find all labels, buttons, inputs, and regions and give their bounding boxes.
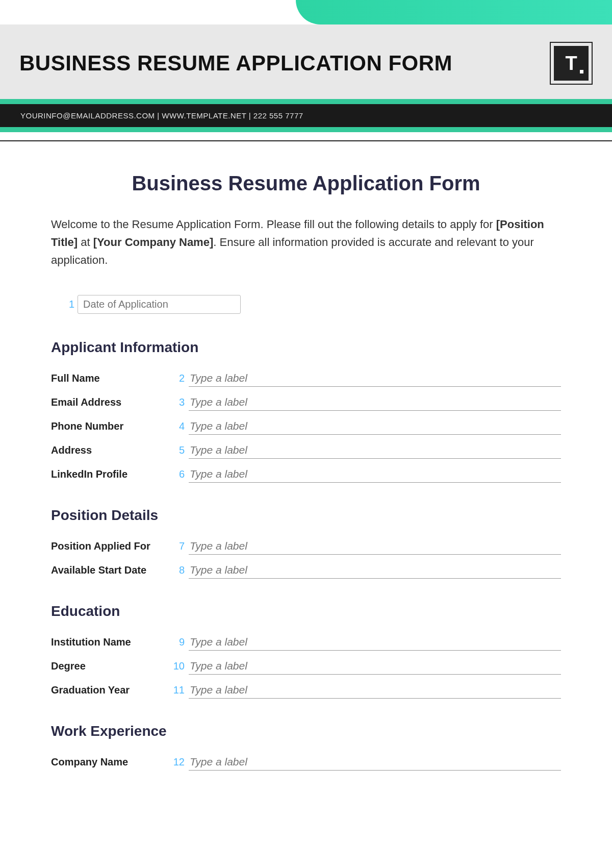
text-input[interactable] — [189, 538, 561, 555]
accent-strip — [0, 99, 612, 104]
field-label: Degree — [51, 660, 168, 672]
field-label: Graduation Year — [51, 684, 168, 696]
field-row: Phone Number4 — [51, 418, 561, 435]
field-row: Email Address3 — [51, 394, 561, 411]
intro-placeholder: [Your Company Name] — [93, 236, 214, 249]
text-input[interactable] — [189, 658, 561, 675]
text-input[interactable] — [189, 394, 561, 411]
form-section: Applicant InformationFull Name2Email Add… — [51, 339, 561, 483]
text-input[interactable] — [189, 418, 561, 435]
text-input[interactable] — [189, 634, 561, 651]
field-row: Graduation Year11 — [51, 682, 561, 699]
field-number: 1 — [62, 299, 74, 310]
field-number: 4 — [168, 420, 185, 432]
section-title: Work Experience — [51, 723, 561, 739]
field-row: Company Name12 — [51, 754, 561, 771]
field-number: 10 — [168, 660, 185, 672]
field-number: 2 — [168, 373, 185, 384]
form-section: Work ExperienceCompany Name12 — [51, 723, 561, 771]
field-number: 11 — [168, 684, 185, 696]
field-number: 12 — [168, 756, 185, 768]
document-content: Business Resume Application Form Welcome… — [0, 141, 612, 805]
date-field-row: 1 — [51, 295, 561, 314]
field-number: 6 — [168, 468, 185, 480]
intro-text: Welcome to the Resume Application Form. … — [51, 218, 496, 231]
contact-bar: YOURINFO@EMAILADDRESS.COM | WWW.TEMPLATE… — [0, 104, 612, 127]
field-label: Email Address — [51, 396, 168, 408]
field-row: Address5 — [51, 442, 561, 459]
page-title: BUSINESS RESUME APPLICATION FORM — [19, 51, 452, 76]
text-input[interactable] — [189, 442, 561, 459]
text-input[interactable] — [189, 682, 561, 699]
field-number: 7 — [168, 540, 185, 552]
section-title: Education — [51, 603, 561, 619]
logo-dot-icon — [580, 70, 583, 73]
text-input[interactable] — [189, 754, 561, 771]
field-row: Position Applied For7 — [51, 538, 561, 555]
text-input[interactable] — [189, 466, 561, 483]
field-row: Degree10 — [51, 658, 561, 675]
field-row: Institution Name9 — [51, 634, 561, 651]
field-number: 9 — [168, 636, 185, 648]
logo-text: T — [565, 53, 577, 75]
text-input[interactable] — [189, 562, 561, 579]
field-number: 5 — [168, 444, 185, 456]
field-label: LinkedIn Profile — [51, 468, 168, 480]
form-section: EducationInstitution Name9Degree10Gradua… — [51, 603, 561, 699]
field-label: Company Name — [51, 756, 168, 768]
field-label: Phone Number — [51, 420, 168, 432]
logo-icon: T — [554, 46, 589, 81]
field-label: Position Applied For — [51, 540, 168, 552]
top-accent — [296, 0, 612, 24]
form-section: Position DetailsPosition Applied For7Ava… — [51, 507, 561, 579]
top-bar — [0, 0, 612, 24]
document-title: Business Resume Application Form — [51, 172, 561, 195]
field-label: Address — [51, 444, 168, 456]
date-of-application-input[interactable] — [78, 295, 241, 314]
field-label: Institution Name — [51, 636, 168, 648]
fade-overlay — [0, 827, 612, 868]
field-number: 3 — [168, 396, 185, 408]
header-area: BUSINESS RESUME APPLICATION FORM T — [0, 24, 612, 99]
text-input[interactable] — [189, 370, 561, 387]
section-title: Applicant Information — [51, 339, 561, 356]
accent-strip — [0, 127, 612, 132]
intro-text: at — [78, 236, 93, 249]
section-title: Position Details — [51, 507, 561, 524]
intro-paragraph: Welcome to the Resume Application Form. … — [51, 215, 561, 269]
field-label: Full Name — [51, 373, 168, 384]
logo: T — [550, 42, 593, 85]
field-number: 8 — [168, 564, 185, 576]
field-row: LinkedIn Profile6 — [51, 466, 561, 483]
field-row: Full Name2 — [51, 370, 561, 387]
field-label: Available Start Date — [51, 564, 168, 576]
field-row: Available Start Date8 — [51, 562, 561, 579]
